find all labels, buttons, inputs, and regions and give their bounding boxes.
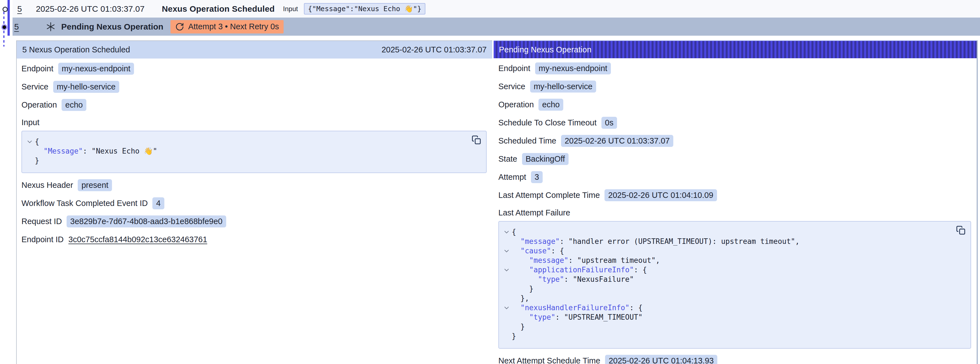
retry-status-text: Attempt 3 • Next Retry 0s (188, 22, 279, 31)
chevron-down-icon[interactable] (24, 140, 35, 143)
event-detail-header: 5 Nexus Operation Scheduled 2025-02-26 U… (17, 40, 492, 59)
field-value-badge: 4 (153, 197, 164, 209)
detail-row: Operationecho (498, 98, 971, 111)
code-line: "applicationFailureInfo": { (501, 265, 951, 275)
field-label: Service (498, 82, 525, 91)
chevron-down-icon[interactable] (501, 249, 512, 252)
field-value-badge: 2025-02-26 UTC 01:03:37.07 (561, 135, 673, 147)
detail-row: Request ID3e829b7e-7d67-4b08-aad3-b1e868… (21, 215, 487, 227)
code-line: "type": "UPSTREAM_TIMEOUT" (501, 313, 951, 322)
retry-status-badge: Attempt 3 • Next Retry 0s (170, 20, 283, 34)
code-line: "Message": "Nexus Echo 👋" (24, 146, 466, 156)
detail-row: Input (21, 117, 487, 128)
field-label: Next Attempt Schedule Time (498, 356, 600, 364)
event-id-link[interactable]: 5 (17, 4, 22, 14)
retry-icon (175, 22, 184, 31)
code-text: "nexusHandlerFailureInfo": { (512, 303, 643, 313)
chevron-down-icon[interactable] (501, 306, 512, 310)
workflow-event-history-view: 5 2025-02-26 UTC 01:03:37.07 Nexus Opera… (0, 0, 980, 364)
detail-row: Last Attempt Complete Time2025-02-26 UTC… (498, 189, 971, 201)
chevron-down-icon[interactable] (501, 230, 512, 233)
event-timestamp: 2025-02-26 UTC 01:03:37.07 (36, 4, 145, 14)
field-label: Endpoint (21, 64, 54, 73)
field-label: Scheduled Time (498, 136, 556, 145)
code-text: "applicationFailureInfo": { (512, 265, 647, 275)
code-text: } (35, 156, 39, 165)
event-detail-title: 5 Nexus Operation Scheduled (22, 45, 130, 54)
field-label: Schedule To Close Timeout (498, 118, 597, 128)
copy-icon[interactable] (956, 225, 966, 235)
code-text: } (512, 331, 516, 341)
field-label: Service (21, 82, 48, 91)
code-line: } (501, 331, 951, 341)
event-row-nexus-operation-scheduled[interactable]: 5 2025-02-26 UTC 01:03:37.07 Nexus Opera… (13, 0, 980, 18)
field-label: Endpoint ID (21, 235, 64, 244)
event-title: Nexus Operation Scheduled (162, 4, 275, 14)
event-marker-open-circle-icon[interactable] (3, 7, 8, 12)
detail-row: StateBackingOff (498, 153, 971, 165)
code-line: "message": "upstream timeout", (501, 255, 951, 265)
detail-row: Scheduled Time2025-02-26 UTC 01:03:37.07 (498, 135, 971, 147)
field-value-badge: my-hello-service (530, 81, 596, 93)
field-label: Last Attempt Complete Time (498, 191, 600, 200)
code-line: "type": "NexusFailure" (501, 275, 951, 284)
code-line: "nexusHandlerFailureInfo": { (501, 303, 951, 313)
field-label: Nexus Header (21, 180, 73, 190)
code-line: } (501, 284, 951, 294)
field-value-badge: echo (62, 99, 86, 111)
pending-event-id-link[interactable]: 5 (14, 22, 19, 32)
detail-row: Endpointmy-nexus-endpoint (498, 62, 971, 74)
field-value-badge: 3e829b7e-7d67-4b08-aad3-b1e868bfe9e0 (67, 216, 226, 227)
detail-row: Nexus Headerpresent (21, 179, 487, 191)
field-value-badge: 2025-02-26 UTC 01:04:10.09 (605, 189, 717, 201)
event-detail-timestamp: 2025-02-26 UTC 01:03:37.07 (382, 45, 487, 54)
code-line: { (24, 137, 466, 146)
code-line: } (501, 322, 951, 331)
pending-nexus-operation-row[interactable]: 5 Pending Nexus Operation Attempt 3 • Ne… (13, 18, 980, 36)
selected-event-indicator-bar (8, 0, 10, 36)
code-line: }, (501, 294, 951, 303)
field-label: Endpoint (498, 64, 530, 73)
code-text: { (35, 137, 39, 146)
field-value-link[interactable]: 3c0c75ccfa8144b092c13ce632463761 (68, 235, 207, 244)
detail-row: Operationecho (21, 99, 487, 111)
field-label: Last Attempt Failure (498, 208, 570, 217)
pending-operation-header: Pending Nexus Operation (494, 40, 977, 58)
code-line: { (501, 227, 951, 236)
field-label: Operation (498, 100, 534, 109)
field-label: Attempt (498, 172, 526, 182)
detail-row: Last Attempt Failure (498, 207, 971, 218)
field-value-badge: my-nexus-endpoint (58, 63, 134, 75)
chevron-down-icon[interactable] (501, 268, 512, 271)
code-text: } (512, 284, 533, 294)
field-label: Request ID (21, 217, 62, 226)
pending-operation-detail-panel: Pending Nexus Operation Endpointmy-nexus… (494, 40, 978, 364)
field-label: Input (21, 118, 40, 127)
code-text: "Message": "Nexus Echo 👋" (35, 146, 157, 156)
code-text: "message": "upstream timeout", (512, 255, 660, 265)
pending-operation-body: Endpointmy-nexus-endpointServicemy-hello… (494, 62, 977, 364)
field-value-badge: my-nexus-endpoint (535, 62, 611, 74)
code-line: "cause": { (501, 246, 951, 255)
input-preview-badge: {"Message":"Nexus Echo 👋"} (304, 3, 425, 14)
field-value-badge: BackingOff (522, 153, 568, 165)
field-value-badge: my-hello-service (53, 81, 119, 93)
field-value-badge: 2025-02-26 UTC 01:04:13.93 (605, 355, 718, 364)
field-value-badge: present (78, 179, 112, 191)
pending-operation-title: Pending Nexus Operation (61, 22, 164, 32)
detail-row: Workflow Task Completed Event ID4 (21, 197, 487, 209)
code-text: "type": "NexusFailure" (512, 275, 634, 284)
detail-row: Endpoint ID3c0c75ccfa8144b092c13ce632463… (21, 233, 487, 246)
detail-row: Servicemy-hello-service (498, 80, 971, 93)
pending-operation-header-title: Pending Nexus Operation (499, 45, 592, 54)
last-attempt-failure-json-block: { "message": "handler error (UPSTREAM_TI… (498, 221, 971, 349)
input-label: Input (283, 5, 298, 13)
event-marker-filled-circle-icon[interactable] (2, 24, 7, 30)
code-text: } (512, 322, 525, 331)
input-json-block: { "Message": "Nexus Echo 👋"} (21, 131, 487, 173)
event-detail-panel: 5 Nexus Operation Scheduled 2025-02-26 U… (16, 40, 492, 364)
detail-row: Servicemy-hello-service (21, 81, 487, 93)
copy-icon[interactable] (472, 135, 481, 145)
detail-row: Schedule To Close Timeout0s (498, 117, 971, 129)
detail-row: Next Attempt Schedule Time2025-02-26 UTC… (498, 354, 971, 364)
